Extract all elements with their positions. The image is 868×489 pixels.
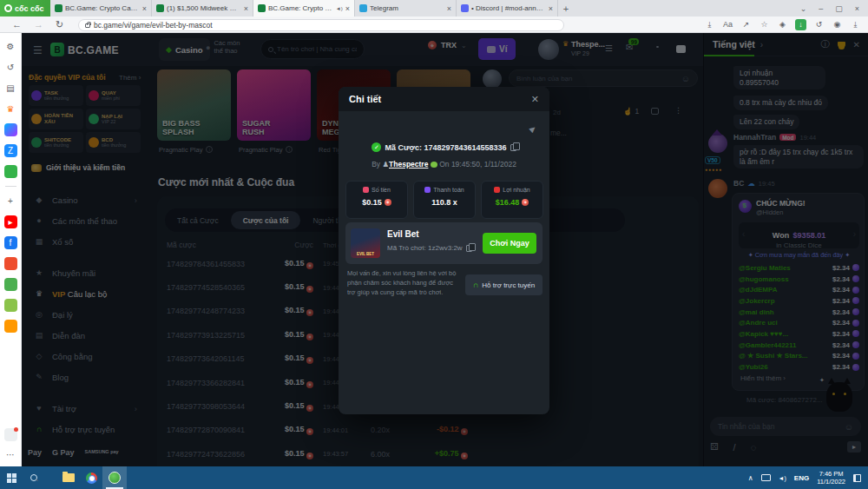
notifications-bell-icon[interactable] (4, 428, 17, 441)
save-page-icon[interactable]: ⤓ (704, 19, 715, 30)
translate-icon[interactable]: Aa (722, 19, 733, 30)
start-button[interactable] (0, 466, 23, 489)
chevron-right-icon[interactable]: › (760, 40, 763, 50)
back-icon[interactable]: ← (12, 19, 22, 30)
new-tab-button[interactable]: + (558, 0, 574, 17)
games-icon[interactable] (4, 165, 17, 178)
provider-name[interactable]: Pragmatic Play (159, 146, 202, 154)
currency-selector[interactable]: TRX ⌄ (428, 41, 467, 50)
tab-sports[interactable]: ● Các môn thể thao (206, 40, 250, 55)
messenger-icon[interactable] (4, 123, 17, 136)
reload-icon[interactable]: ↻ (56, 19, 63, 30)
tab-my-bets[interactable]: Cược của tôi (231, 211, 301, 229)
winner-name[interactable]: @dJdEMPA (739, 286, 832, 294)
winner-name[interactable]: @ ★ Sushi ★ Stars... (739, 352, 832, 360)
vip-tile[interactable]: TASKtiền thưởng (29, 85, 83, 106)
chat-input[interactable]: Tin nhắn của bạn ☺ (710, 417, 861, 436)
adblock-shield-icon[interactable]: ◈ (777, 19, 788, 30)
chat-username[interactable]: HannahTran (733, 133, 776, 142)
chat-language-tab[interactable]: Tiếng việt (713, 39, 755, 50)
vip-panel-more[interactable]: Thêm › (119, 74, 141, 82)
send-button[interactable]: ▸ (847, 441, 861, 453)
winner-name[interactable]: @Andre uci (739, 319, 832, 327)
volume-icon[interactable]: ◄) (779, 475, 786, 481)
taskbar-clock[interactable]: 7:46 PM 11/1/2022 (817, 470, 845, 486)
sidebar-menu-item[interactable]: ∩ Hỗ trợ trực tuyến (22, 419, 148, 439)
rules-info-icon[interactable]: ⓘ (821, 38, 830, 50)
sidebar-menu-item[interactable]: ♛ VIP Câu lạc bộ (22, 283, 148, 304)
sidebar-menu-item[interactable]: ● Các môn thể thao (22, 210, 148, 231)
gif-icon[interactable]: ◌ (751, 442, 757, 453)
downloads-tray-icon[interactable]: ⤓ (850, 19, 861, 30)
game-thumbnail[interactable]: EVIL BET (351, 228, 380, 258)
vip-tile[interactable]: NẠP LẠIVIP 22 (86, 109, 141, 129)
winner-name[interactable]: @Yubi26 (739, 363, 832, 371)
coccoc-brand[interactable]: cốc cốc (0, 0, 50, 17)
language-indicator[interactable]: ENG (794, 474, 809, 482)
history-icon[interactable]: ↺ (4, 61, 17, 74)
close-icon[interactable]: ✕ (853, 40, 860, 50)
browser-tab[interactable]: (1) $1,500 Midweek Mascot × (152, 0, 253, 17)
shopee-icon[interactable] (4, 257, 17, 270)
cart-app-icon[interactable] (4, 320, 17, 333)
coccoc-download-icon[interactable]: ↓ (795, 19, 806, 30)
copy-icon[interactable] (510, 144, 516, 151)
info-icon[interactable]: i (286, 146, 293, 153)
comment-menu-icon[interactable]: ⋮ (674, 106, 682, 115)
minimize-icon[interactable]: – (819, 4, 823, 13)
profile-avatar-icon[interactable]: ◉ (832, 19, 843, 30)
tab-close-icon[interactable]: × (244, 4, 248, 13)
maximize-icon[interactable]: ▢ (835, 4, 843, 13)
settings-icon[interactable]: ⚙ (4, 40, 17, 53)
site-logo-text[interactable]: BC.GAME (68, 44, 119, 56)
copy-icon[interactable] (466, 245, 472, 252)
facebook-icon[interactable]: f (4, 236, 17, 249)
forward-icon[interactable]: → (34, 19, 43, 30)
info-icon[interactable]: i (206, 146, 213, 153)
user-avatar[interactable] (708, 179, 727, 198)
provider-name[interactable]: Pragmatic Play (239, 146, 282, 154)
browser-tab[interactable]: BC.Game: Crypto Casino ◄) × (253, 0, 355, 17)
browser-tab[interactable]: BC.Game: Crypto Casino Gan × (50, 0, 152, 17)
tab-close-icon[interactable]: × (549, 4, 553, 13)
tab-all-bets[interactable]: Tất cả Cược (165, 216, 231, 225)
mail-icon[interactable]: ✉99 (626, 43, 633, 52)
tray-expand-icon[interactable]: ∧ (748, 474, 753, 482)
tab-search-icon[interactable]: ⌄ (800, 4, 807, 13)
play-now-button[interactable]: Chơi Ngay (483, 233, 536, 254)
live-support-button[interactable]: ∩ Hỗ trợ trực tuyến (465, 274, 542, 295)
username[interactable]: Thespe... (571, 40, 605, 49)
bet-author[interactable]: Thespectre (389, 160, 428, 169)
file-explorer-button[interactable] (57, 466, 80, 489)
youtube-icon[interactable]: ▸ (4, 215, 17, 228)
winner-name[interactable]: @hugomanoss (739, 275, 832, 283)
winner-name[interactable]: @mai dinh (739, 308, 832, 316)
tab-close-icon[interactable]: × (142, 4, 147, 13)
coccoc-button[interactable] (102, 466, 127, 489)
wallet-button[interactable]: Ví (478, 38, 516, 60)
share-icon[interactable]: ↗ (740, 19, 752, 30)
chat-toggle-icon[interactable] (676, 45, 686, 53)
show-more-link[interactable]: Hiển thị thêm › (740, 374, 786, 382)
sidebar-menu-item[interactable]: ◆ Casino › (22, 189, 148, 210)
game-banner[interactable]: BIG BASS SPLASH (157, 69, 231, 141)
referral-link[interactable]: Giới thiệu và kiếm tiền (31, 163, 125, 172)
comment-like[interactable]: ☝1 (623, 107, 639, 116)
address-bar[interactable]: bc.game/vi/game/evil-bet-by-mascot (78, 19, 564, 31)
sync-icon[interactable]: ↺ (813, 19, 825, 30)
chevron-left-icon[interactable]: ‹ (742, 229, 745, 239)
vip-tile[interactable]: BCDtiền thưởng (86, 132, 141, 153)
emoji-icon[interactable]: ☺ (845, 422, 853, 432)
commenter-avatar[interactable] (483, 69, 502, 89)
browser-tab[interactable]: • Discord | #mod-announc × (457, 0, 558, 17)
sidebar-menu-item[interactable]: ▤ Diễn đàn (22, 325, 148, 346)
tab-audio-icon[interactable]: ◄) (336, 6, 343, 11)
close-icon[interactable]: × (855, 4, 859, 13)
network-icon[interactable] (761, 474, 771, 481)
dice-icon[interactable]: ⚄ (710, 441, 719, 453)
user-avatar[interactable] (538, 39, 559, 60)
vip-tile[interactable]: QUAYmiễn phí (86, 85, 141, 106)
game-search-input[interactable]: Tên trò chơi | Nhà cung cấp (260, 39, 365, 59)
chat-username[interactable]: BC (733, 179, 744, 188)
vip-crown-icon[interactable]: ♛ (4, 102, 17, 116)
